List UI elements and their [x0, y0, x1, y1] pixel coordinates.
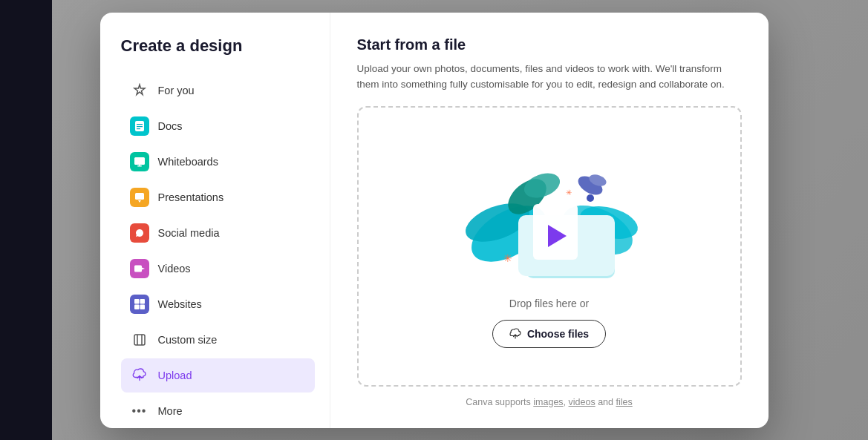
choose-files-label: Choose files [527, 328, 589, 340]
svg-rect-9 [134, 265, 142, 272]
websites-icon [130, 295, 149, 314]
nav-item-upload[interactable]: Upload [121, 358, 315, 393]
section-description: Upload your own photos, documents, files… [357, 61, 742, 93]
upload-illustration: ✳ ✳ ✳ [453, 145, 646, 286]
nav-item-custom-size[interactable]: Custom size [121, 323, 315, 357]
svg-rect-13 [134, 304, 140, 309]
svg-point-29 [587, 194, 594, 202]
nav-item-docs[interactable]: Docs [121, 109, 315, 143]
svg-marker-8 [138, 200, 141, 203]
custom-size-icon [130, 330, 149, 349]
for-you-icon [130, 81, 149, 100]
nav-list: For youDocsWhiteboardsPresentationsSocia… [121, 73, 315, 428]
svg-rect-2 [137, 126, 143, 127]
presentations-icon [130, 188, 149, 207]
whiteboards-label: Whiteboards [158, 156, 218, 168]
support-comma: , [564, 397, 569, 407]
svg-rect-4 [134, 157, 145, 165]
social-media-icon [130, 223, 149, 243]
drop-text: Drop files here or [509, 298, 589, 309]
upload-cloud-icon [509, 328, 521, 340]
svg-rect-3 [137, 128, 140, 129]
whiteboards-icon [130, 152, 149, 171]
support-images-link[interactable]: images [533, 397, 563, 407]
drop-zone[interactable]: ✳ ✳ ✳ Drop files here or [357, 106, 742, 387]
support-and: and [595, 397, 616, 407]
svg-rect-11 [134, 299, 140, 304]
custom-size-label: Custom size [158, 334, 218, 346]
videos-icon [130, 259, 149, 278]
support-text: Canva supports images, videos and files [357, 397, 742, 407]
nav-item-presentations[interactable]: Presentations [121, 180, 315, 214]
svg-marker-10 [142, 267, 145, 269]
more-label: More [158, 405, 183, 417]
social-media-label: Social media [158, 227, 220, 239]
modal-right-panel: Start from a file Upload your own photos… [330, 13, 769, 428]
nav-item-more[interactable]: •••More [121, 394, 315, 428]
choose-files-button[interactable]: Choose files [492, 320, 606, 348]
svg-rect-6 [139, 165, 140, 166]
support-videos-link[interactable]: videos [569, 397, 595, 407]
upload-label: Upload [158, 370, 192, 381]
nav-item-videos[interactable]: Videos [121, 252, 315, 286]
svg-rect-1 [137, 124, 143, 125]
svg-rect-7 [135, 193, 144, 200]
svg-rect-15 [134, 335, 145, 345]
svg-text:✳: ✳ [566, 188, 572, 197]
presentations-label: Presentations [158, 191, 224, 203]
create-design-modal: Create a design For youDocsWhiteboardsPr… [100, 13, 769, 428]
svg-rect-12 [140, 299, 145, 304]
websites-label: Websites [158, 298, 202, 310]
nav-item-websites[interactable]: Websites [121, 287, 315, 321]
nav-item-whiteboards[interactable]: Whiteboards [121, 145, 315, 179]
modal-title: Create a design [121, 36, 315, 56]
docs-label: Docs [158, 120, 183, 132]
for-you-label: For you [158, 85, 195, 96]
nav-item-for-you[interactable]: For you [121, 73, 315, 108]
more-icon: ••• [130, 401, 149, 421]
support-prefix: Canva supports [466, 397, 533, 407]
docs-icon [130, 116, 149, 136]
nav-item-social-media[interactable]: Social media [121, 216, 315, 250]
upload-icon [130, 366, 149, 385]
support-files-link[interactable]: files [616, 397, 633, 407]
modal-left-panel: Create a design For youDocsWhiteboardsPr… [100, 13, 330, 428]
section-title: Start from a file [357, 36, 742, 53]
svg-rect-14 [140, 304, 145, 309]
svg-text:✳: ✳ [503, 252, 512, 264]
videos-label: Videos [158, 263, 191, 275]
